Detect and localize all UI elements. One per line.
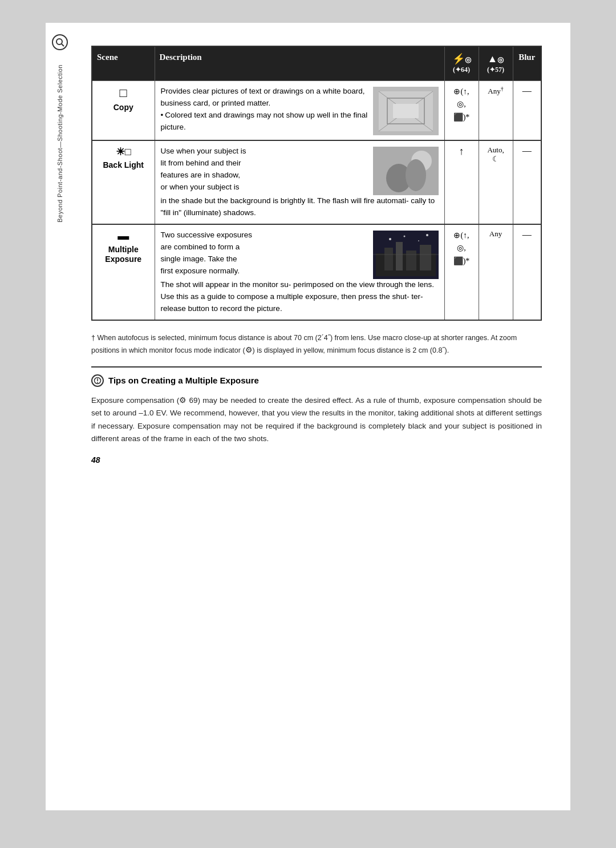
table-row-copy: □ Copy Provides clear pictures of text o… xyxy=(92,80,541,140)
tips-icon xyxy=(91,374,104,387)
sidebar: Beyond Point-and-Shoot—Shooting-Mode Sel… xyxy=(46,23,74,810)
sidebar-label: Beyond Point-and-Shoot—Shooting-Mode Sel… xyxy=(56,64,63,223)
sidebar-search-icon xyxy=(52,34,68,50)
svg-line-1 xyxy=(62,44,64,46)
page-number: 48 xyxy=(91,455,542,465)
backlight-image xyxy=(373,147,439,195)
copy-description: Provides clear pictures of text or drawi… xyxy=(155,80,444,140)
copy-image xyxy=(373,87,439,135)
backlight-self-timer: Auto,☾ xyxy=(479,140,513,224)
copy-blur: — xyxy=(513,80,541,140)
backlight-label: Back Light xyxy=(103,160,144,169)
svg-rect-18 xyxy=(420,245,431,270)
svg-rect-16 xyxy=(396,242,403,270)
copy-icon: □ xyxy=(98,86,149,100)
multiple-flash: ⊕(↑, ◎, ⬛)* xyxy=(444,224,479,320)
svg-point-26 xyxy=(97,382,98,383)
multiple-image xyxy=(373,231,439,279)
multiple-label: MultipleExposure xyxy=(105,245,141,264)
svg-rect-17 xyxy=(406,251,416,270)
copy-label: Copy xyxy=(114,103,133,112)
table-row-backlight: ☀□ Back Light Use when your subject is l… xyxy=(92,140,541,224)
backlight-blur: — xyxy=(513,140,541,224)
svg-point-22 xyxy=(418,240,419,241)
header-col3: ⚡◎ (✦64) xyxy=(444,46,479,80)
copy-self-timer: Any† xyxy=(479,80,513,140)
header-description: Description xyxy=(155,46,444,80)
copy-flash: ⊕(↑, ◎, ⬛)* xyxy=(444,80,479,140)
footnote: † When autofocus is selected, minimum fo… xyxy=(91,332,542,356)
svg-rect-15 xyxy=(384,248,393,270)
multiple-self-timer: Any xyxy=(479,224,513,320)
tips-title: Tips on Creating a Multiple Exposure xyxy=(91,374,542,387)
scene-table: Scene Description ⚡◎ (✦64) ▲◎ xyxy=(91,46,542,321)
tips-body: Exposure compensation (⚙ 69) may be need… xyxy=(91,394,542,445)
page: Beyond Point-and-Shoot—Shooting-Mode Sel… xyxy=(46,23,570,810)
backlight-icon: ☀□ xyxy=(98,146,149,158)
multiple-description: Two successive exposures are combined to… xyxy=(155,224,444,320)
backlight-description: Use when your subject is lit from behind… xyxy=(155,140,444,224)
header-scene: Scene xyxy=(92,46,155,80)
scene-backlight: ☀□ Back Light xyxy=(92,140,155,224)
svg-point-20 xyxy=(389,238,391,240)
multiple-icon: ▬ xyxy=(98,229,149,243)
svg-rect-12 xyxy=(373,147,439,195)
tips-section: Tips on Creating a Multiple Exposure Exp… xyxy=(91,366,542,445)
scene-multiple: ▬ MultipleExposure xyxy=(92,224,155,320)
svg-point-0 xyxy=(56,39,62,45)
multiple-blur: — xyxy=(513,224,541,320)
header-blur: Blur xyxy=(513,46,541,80)
svg-point-23 xyxy=(426,234,428,236)
table-row-multiple: ▬ MultipleExposure Two successive exposu… xyxy=(92,224,541,320)
scene-copy: □ Copy xyxy=(92,80,155,140)
main-content: Scene Description ⚡◎ (✦64) ▲◎ xyxy=(91,46,542,465)
svg-point-21 xyxy=(403,235,405,237)
svg-rect-7 xyxy=(393,104,419,118)
backlight-flash: ↑ xyxy=(444,140,479,224)
header-col4: ▲◎ (✦57) xyxy=(479,46,513,80)
footnote-text: † When autofocus is selected, minimum fo… xyxy=(91,334,517,354)
